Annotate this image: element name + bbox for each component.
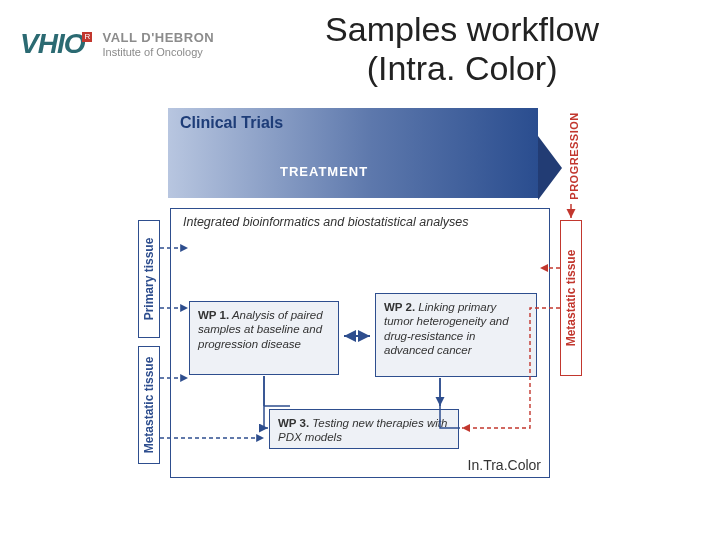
- page-title: Samples workflow (Intra. Color): [214, 10, 700, 88]
- metastatic-tissue-left-label: Metastatic tissue: [142, 357, 156, 454]
- wp1-tag: WP 1.: [198, 309, 229, 321]
- progression-label: PROGRESSION: [568, 112, 580, 199]
- treatment-label: TREATMENT: [280, 164, 368, 179]
- workflow-diagram: Clinical Trials TREATMENT PROGRESSION Pr…: [130, 108, 570, 508]
- clinical-trials-banner: Clinical Trials TREATMENT: [168, 108, 538, 198]
- analysis-frame: Integrated bioinformatics and biostatist…: [170, 208, 550, 478]
- logo-line1: VALL D'HEBRON: [102, 30, 214, 46]
- title-line1: Samples workflow: [325, 10, 599, 48]
- logo-mark: VHIOR: [20, 28, 94, 60]
- wp2-tag: WP 2.: [384, 301, 415, 313]
- wp3-box: WP 3. Testing new therapies with PDX mod…: [269, 409, 459, 449]
- logo: VHIOR VALL D'HEBRON Institute of Oncolog…: [20, 28, 214, 60]
- logo-text: VALL D'HEBRON Institute of Oncology: [102, 30, 214, 59]
- metastatic-tissue-left-box: Metastatic tissue: [138, 346, 160, 464]
- wp2-box: WP 2. Linking primary tumor heterogeneit…: [375, 293, 537, 377]
- logo-badge: R: [82, 32, 92, 42]
- logo-line2: Institute of Oncology: [102, 46, 214, 59]
- wp1-box: WP 1. Analysis of paired samples at base…: [189, 301, 339, 375]
- primary-tissue-label: Primary tissue: [142, 238, 156, 321]
- primary-tissue-box: Primary tissue: [138, 220, 160, 338]
- clinical-trials-label: Clinical Trials: [180, 114, 283, 132]
- treatment-arrow-icon: [538, 136, 562, 200]
- metastatic-tissue-right-box: Metastatic tissue: [560, 220, 582, 376]
- intracolor-brand: In.Tra.Color: [468, 457, 541, 473]
- integrated-analyses-label: Integrated bioinformatics and biostatist…: [183, 215, 469, 229]
- title-line2: (Intra. Color): [367, 49, 558, 87]
- wp3-tag: WP 3.: [278, 417, 309, 429]
- metastatic-tissue-right-label: Metastatic tissue: [564, 250, 578, 347]
- progression-label-box: PROGRESSION: [564, 106, 584, 206]
- header: VHIOR VALL D'HEBRON Institute of Oncolog…: [0, 0, 720, 88]
- logo-mark-text: VHIO: [20, 28, 84, 59]
